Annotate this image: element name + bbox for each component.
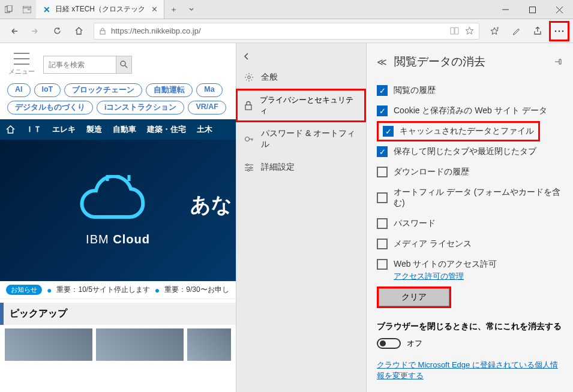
check-tabs[interactable]: 保存して閉じたタブや最近閉じたタブ — [377, 141, 562, 162]
page-search-box — [43, 56, 132, 74]
nav-elec[interactable]: エレキ — [52, 124, 76, 135]
always-clear-heading: ブラウザーを閉じるときに、常にこれを消去する — [377, 321, 562, 332]
clear-button-highlight: クリア — [377, 287, 451, 308]
page-search-button[interactable] — [116, 56, 131, 73]
settings-item-passwords[interactable]: パスワード & オートフィル — [236, 122, 366, 156]
settings-passwords-label: パスワード & オートフィル — [261, 128, 358, 150]
check-autofill[interactable]: オートフィル データ (フォームやカードを含む) — [377, 182, 562, 213]
browser-tab[interactable]: ✕ 日経 xTECH（クロステック ✕ — [36, 0, 164, 19]
svg-point-20 — [248, 76, 251, 79]
settings-item-advanced[interactable]: 詳細設定 — [236, 156, 366, 179]
news-a[interactable]: 重要：10/5サイト停止します — [56, 285, 149, 295]
settings-item-general[interactable]: 全般 — [236, 66, 366, 89]
favorite-star-icon[interactable] — [465, 26, 474, 35]
clear-data-header: ≪ 閲覧データの消去 — [377, 50, 562, 80]
bullet-icon: ● — [155, 285, 160, 295]
key-icon — [244, 134, 254, 144]
tag-digital[interactable]: デジタルものづくり — [7, 101, 93, 114]
hamburger-icon[interactable] — [14, 53, 29, 65]
check-cookies[interactable]: Cookie と保存済みの Web サイト データ — [377, 101, 562, 121]
tag-autodrive[interactable]: 自動運転 — [146, 83, 193, 97]
back-button[interactable] — [4, 21, 24, 41]
settings-privacy-label: プライバシーとセキュリティ — [260, 95, 358, 116]
new-tab-button[interactable]: ＋ — [164, 0, 182, 19]
checkbox-icon[interactable] — [377, 146, 388, 157]
check-media[interactable]: メディア ライセンス — [377, 234, 562, 254]
tag-vrar[interactable]: VR/AF — [188, 101, 226, 114]
settings-item-privacy[interactable]: プライバシーとセキュリティ — [236, 89, 366, 122]
checkbox-icon[interactable] — [377, 218, 388, 229]
close-window-button[interactable] — [546, 0, 573, 19]
always-clear-toggle[interactable] — [377, 338, 401, 349]
address-bar-row: https://tech.nikkeibp.co.jp/ — [0, 19, 573, 43]
titlebar-left — [0, 0, 36, 19]
category-nav: ＩＴ エレキ 製造 自動車 建築・住宅 土木 — [0, 119, 236, 140]
check-downloads[interactable]: ダウンロードの履歴 — [377, 162, 562, 182]
tag-iot[interactable]: IoT — [34, 83, 61, 97]
notes-icon[interactable] — [506, 21, 526, 41]
tag-ma[interactable]: Ma — [196, 83, 222, 97]
checkbox-icon[interactable] — [377, 239, 388, 249]
svg-rect-1 — [7, 5, 12, 11]
check-media-label: メディア ライセンス — [394, 239, 472, 249]
clear-button[interactable]: クリア — [379, 288, 449, 306]
minimize-button[interactable] — [492, 0, 519, 19]
forward-button[interactable] — [25, 21, 46, 41]
svg-line-16 — [125, 65, 127, 68]
page-header: メニュー — [0, 43, 236, 81]
favorites-bar-icon[interactable] — [484, 21, 505, 41]
tab-overflow-icon[interactable] — [182, 0, 200, 19]
nav-mfg[interactable]: 製造 — [86, 124, 102, 135]
show-tabs-icon[interactable] — [18, 0, 36, 19]
checkbox-icon[interactable] — [377, 167, 388, 177]
nav-it[interactable]: ＩＴ — [26, 124, 41, 135]
svg-point-28 — [246, 164, 248, 165]
thumb-1[interactable] — [5, 328, 92, 361]
tag-blockchain[interactable]: ブロックチェーン — [64, 83, 142, 97]
nav-arch[interactable]: 建築・住宅 — [147, 124, 186, 135]
refresh-button[interactable] — [47, 21, 67, 41]
news-b[interactable]: 重要：9/30〜お申し — [164, 285, 229, 295]
check-permissions-label: Web サイトのアクセス許可 — [394, 259, 497, 270]
home-button[interactable] — [68, 21, 89, 41]
thumb-2[interactable] — [96, 328, 184, 361]
hero-brand: IBM Cloud — [86, 233, 150, 246]
reading-view-icon[interactable] — [450, 27, 459, 35]
checkbox-icon[interactable] — [383, 126, 394, 137]
lock-icon — [244, 101, 253, 110]
address-field[interactable]: https://tech.nikkeibp.co.jp/ — [94, 23, 479, 40]
tag-ai[interactable]: AI — [7, 83, 31, 97]
thumb-3[interactable] — [187, 328, 231, 361]
check-history[interactable]: 閲覧の履歴 — [377, 80, 562, 101]
tag-iconst[interactable]: iコンストラクション — [97, 101, 184, 114]
maximize-button[interactable] — [519, 0, 546, 19]
checkbox-icon[interactable] — [377, 105, 388, 116]
page-search-input[interactable] — [44, 58, 116, 71]
tab-close-icon[interactable]: ✕ — [151, 5, 158, 14]
cloud-edge-link[interactable]: クラウドで Microsoft Edge に登録されている個人情報を変更する — [377, 360, 562, 381]
chevron-left-icon[interactable]: ≪ — [377, 56, 387, 68]
svg-point-15 — [121, 61, 125, 66]
check-permissions[interactable]: Web サイトのアクセス許可 — [377, 254, 562, 271]
svg-point-22 — [245, 137, 250, 141]
svg-rect-6 — [530, 7, 536, 13]
checkbox-icon[interactable] — [377, 259, 388, 270]
titlebar-spacer — [200, 0, 492, 19]
more-menu-button[interactable] — [549, 21, 569, 41]
tabs-aside-icon[interactable] — [0, 0, 18, 19]
nav-home-icon[interactable] — [6, 125, 15, 134]
share-icon[interactable] — [527, 21, 548, 41]
nav-civil[interactable]: 土木 — [197, 124, 212, 135]
manage-permissions-link[interactable]: アクセス許可の管理 — [394, 271, 562, 282]
checkbox-icon[interactable] — [377, 192, 388, 203]
check-history-label: 閲覧の履歴 — [394, 85, 436, 96]
pin-icon[interactable] — [554, 58, 562, 66]
settings-back-button[interactable] — [236, 47, 366, 66]
svg-point-12 — [555, 30, 557, 32]
nav-auto[interactable]: 自動車 — [113, 124, 136, 135]
gear-icon — [244, 73, 254, 82]
check-cached[interactable]: キャッシュされたデータとファイル — [377, 121, 540, 141]
hero-banner[interactable]: IBM Cloud あな — [0, 140, 236, 281]
checkbox-icon[interactable] — [377, 85, 388, 96]
check-passwords[interactable]: パスワード — [377, 213, 562, 234]
